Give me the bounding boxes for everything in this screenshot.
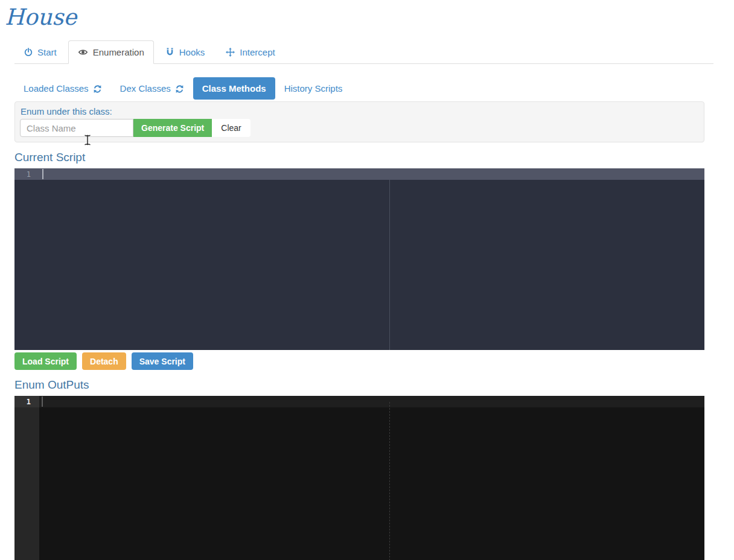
tab-label: Enumeration: [93, 47, 144, 57]
editor-active-line: [14, 168, 704, 180]
generate-script-button[interactable]: Generate Script: [133, 119, 212, 137]
subnav-class-methods[interactable]: Class Methods: [193, 77, 275, 100]
app-logo: House: [5, 4, 734, 31]
current-script-heading: Current Script: [14, 151, 734, 164]
tab-hooks[interactable]: Hooks: [156, 40, 215, 64]
editor-line-number: 1: [14, 170, 39, 179]
tab-label: Intercept: [240, 47, 275, 57]
tab-start[interactable]: Start: [14, 40, 66, 64]
enum-class-panel: Enum under this class: Generate Script C…: [14, 101, 704, 142]
page: House Start Enumeration: [0, 4, 734, 560]
current-script-editor[interactable]: 1: [14, 168, 704, 350]
clear-button[interactable]: Clear: [212, 119, 250, 137]
subnav-dex-classes[interactable]: Dex Classes: [111, 77, 193, 100]
refresh-icon: [175, 84, 184, 94]
editor-active-line: [14, 396, 704, 407]
editor-caret: [42, 396, 43, 407]
tab-intercept[interactable]: Intercept: [216, 40, 284, 64]
tab-enumeration[interactable]: Enumeration: [68, 40, 154, 64]
editor-line-number: 1: [14, 398, 39, 406]
enum-class-label: Enum under this class:: [21, 106, 699, 116]
subnav-loaded-classes[interactable]: Loaded Classes: [14, 77, 111, 100]
tab-label: Start: [37, 47, 57, 57]
subnav-label: History Scripts: [284, 83, 343, 94]
main-tab-bar: Start Enumeration Hooks: [14, 40, 713, 64]
editor-gutter: [14, 396, 39, 560]
subnav-history-scripts[interactable]: History Scripts: [275, 77, 352, 100]
editor-caret: [42, 169, 43, 179]
detach-button[interactable]: Detach: [82, 352, 126, 370]
enum-class-input-group: Generate Script Clear: [20, 119, 699, 137]
save-script-button[interactable]: Save Script: [132, 352, 193, 370]
subnav-label: Dex Classes: [120, 83, 171, 94]
eye-icon: [78, 48, 88, 57]
move-icon: [226, 48, 235, 57]
magnet-icon: [165, 48, 174, 57]
script-actions: Load Script Detach Save Script: [14, 352, 734, 370]
tab-label: Hooks: [179, 47, 205, 57]
subnav-label: Loaded Classes: [24, 83, 89, 94]
load-script-button[interactable]: Load Script: [14, 352, 77, 370]
power-icon: [24, 48, 33, 57]
class-name-input[interactable]: [20, 119, 133, 137]
editor-ruler: [389, 402, 390, 560]
refresh-icon: [93, 84, 102, 94]
enum-outputs-editor[interactable]: 1: [14, 396, 704, 560]
enumeration-subnav: Loaded Classes Dex Classes: [14, 77, 734, 100]
enum-outputs-heading: Enum OutPuts: [14, 378, 734, 392]
subnav-label: Class Methods: [202, 83, 266, 94]
editor-ruler: [389, 180, 390, 350]
